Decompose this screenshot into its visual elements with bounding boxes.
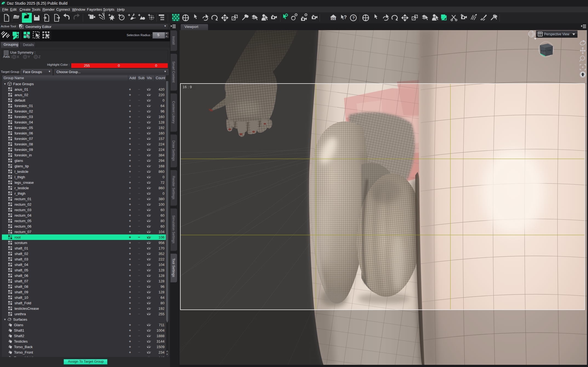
svg-text:Perspective View: Perspective View (544, 32, 569, 36)
svg-text:16 : 9: 16 : 9 (183, 85, 192, 89)
svg-text:DS: DS (331, 17, 335, 20)
svg-text:?: ? (352, 15, 355, 20)
svg-text:?: ? (344, 15, 347, 20)
svg-text:Front: Front (541, 50, 546, 52)
svg-text:Left: Left (547, 49, 551, 51)
